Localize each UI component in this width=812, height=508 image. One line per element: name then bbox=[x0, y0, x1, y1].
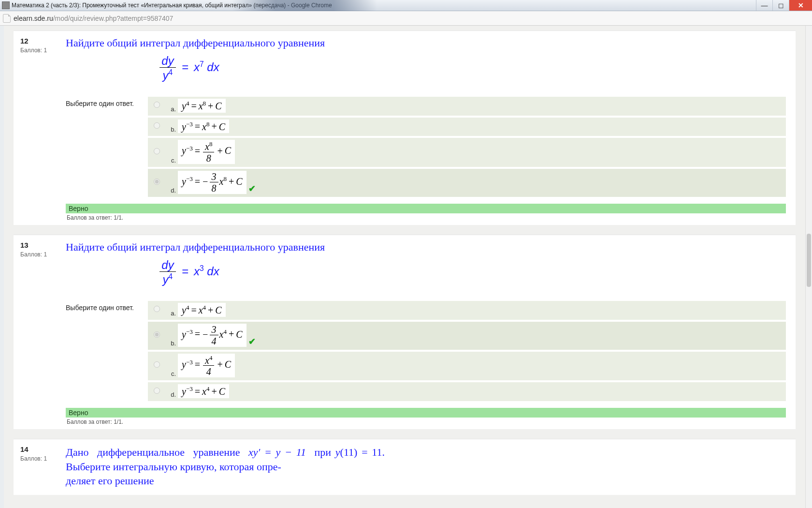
answer-letter: c. bbox=[162, 370, 178, 377]
answer-letter: c. bbox=[162, 157, 178, 164]
answer-option[interactable]: a. y4=x4+C bbox=[148, 301, 786, 320]
answer-list: a. y4=x8+C b. y−3=x8+C c. y−3 bbox=[148, 97, 786, 199]
answer-option[interactable]: d. y−3=−38x8+C ✔ bbox=[148, 169, 786, 197]
question-points: Баллов: 1 bbox=[20, 455, 66, 462]
answer-letter: b. bbox=[162, 126, 178, 133]
address-bar[interactable]: elearn.sde.ru/mod/quiz/review.php?attemp… bbox=[0, 11, 812, 26]
choose-one-label: Выберите один ответ. bbox=[66, 97, 148, 199]
minimize-button[interactable]: — bbox=[756, 0, 772, 11]
feedback: Верно Баллов за ответ: 1/1. bbox=[66, 204, 786, 221]
url-text: elearn.sde.ru/mod/quiz/review.php?attemp… bbox=[14, 15, 173, 22]
choose-one-label: Выберите один ответ. bbox=[66, 301, 148, 403]
answer-expression: y−3=x44+C bbox=[178, 354, 235, 378]
question-points: Баллов: 1 bbox=[20, 47, 66, 54]
answer-expression: y−3=x8+C bbox=[178, 120, 229, 134]
answer-option[interactable]: d. y−3=x4+C bbox=[148, 382, 786, 401]
answer-expression: y4=x4+C bbox=[178, 303, 226, 317]
answer-expression: y−3=−34x4+C bbox=[178, 324, 246, 347]
answer-expression: y−3=x4+C bbox=[178, 384, 229, 398]
scrollbar[interactable] bbox=[805, 26, 812, 508]
feedback: Верно Баллов за ответ: 1/1. bbox=[66, 408, 786, 425]
question-points: Баллов: 1 bbox=[20, 251, 66, 258]
answer-option[interactable]: c. y−3=x88+C bbox=[148, 138, 786, 167]
answer-letter: d. bbox=[162, 391, 178, 398]
feedback-correct: Верно bbox=[66, 408, 786, 418]
question-number: 13 bbox=[20, 241, 66, 249]
answer-letter: a. bbox=[162, 310, 178, 317]
answer-list: a. y4=x4+C b. y−3=−34x4+C ✔ c. bbox=[148, 301, 786, 403]
window-title: Математика 2 (часть 2/3): Промежуточный … bbox=[12, 2, 332, 9]
radio-icon bbox=[154, 306, 160, 312]
answer-letter: a. bbox=[162, 105, 178, 113]
browser-titlebar: Математика 2 (часть 2/3): Промежуточный … bbox=[0, 0, 812, 11]
radio-icon bbox=[154, 361, 160, 368]
question-equation: dyy4 = x3 dx bbox=[66, 256, 312, 293]
question-block: 12 Баллов: 1 Найдите общий интеграл дифф… bbox=[14, 30, 796, 225]
radio-icon bbox=[154, 179, 160, 185]
answer-option[interactable]: a. y4=x8+C bbox=[148, 97, 786, 116]
favicon-icon bbox=[2, 1, 10, 9]
radio-icon bbox=[154, 331, 160, 338]
radio-icon bbox=[154, 148, 160, 154]
radio-icon bbox=[154, 388, 160, 394]
radio-icon bbox=[154, 102, 160, 108]
answer-letter: b. bbox=[162, 340, 178, 347]
answer-expression: y−3=−38x8+C bbox=[178, 171, 246, 194]
answer-option[interactable]: c. y−3=x44+C bbox=[148, 352, 786, 381]
page-icon bbox=[3, 14, 11, 23]
question-equation: dyy4 = x7 dx bbox=[66, 52, 312, 89]
question-stem: Найдите общий интеграл дифференциального… bbox=[66, 241, 385, 254]
answer-expression: y4=x8+C bbox=[178, 99, 226, 113]
answer-option[interactable]: b. y−3=−34x4+C ✔ bbox=[148, 322, 786, 350]
check-icon: ✔ bbox=[248, 183, 256, 194]
content-viewport: 12 Баллов: 1 Найдите общий интеграл дифф… bbox=[0, 26, 805, 508]
radio-icon bbox=[154, 122, 160, 129]
question-block: 13 Баллов: 1 Найдите общий интеграл дифф… bbox=[14, 235, 796, 429]
answer-expression: y−3=x88+C bbox=[178, 140, 235, 164]
question-number: 14 bbox=[20, 445, 66, 453]
feedback-mark: Баллов за ответ: 1/1. bbox=[66, 418, 786, 425]
question-block: 14 Баллов: 1 Дано дифференциальное уравн… bbox=[14, 439, 796, 495]
close-button[interactable]: ✕ bbox=[789, 0, 812, 11]
question-stem: Найдите общий интеграл дифференциального… bbox=[66, 37, 385, 49]
feedback-mark: Баллов за ответ: 1/1. bbox=[66, 213, 786, 221]
feedback-correct: Верно bbox=[66, 204, 786, 213]
question-stem: Дано дифференциальное уравнение xy′ = y … bbox=[66, 445, 385, 488]
maximize-button[interactable]: ◻ bbox=[772, 0, 789, 11]
scroll-thumb[interactable] bbox=[807, 234, 811, 287]
answer-option[interactable]: b. y−3=x8+C bbox=[148, 118, 786, 136]
answer-letter: d. bbox=[162, 187, 178, 194]
question-number: 12 bbox=[20, 37, 66, 45]
check-icon: ✔ bbox=[248, 336, 256, 347]
